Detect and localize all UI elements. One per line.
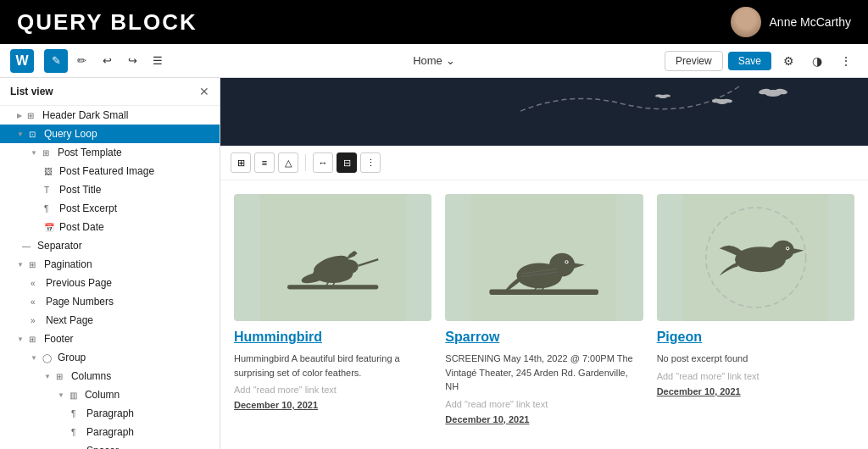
save-button[interactable]: Save (728, 52, 771, 70)
paragraph-icon: ¶ (71, 409, 83, 419)
top-banner: QUERY BLOCK Anne McCarthy (0, 0, 868, 44)
chevron-icon: ▼ (58, 391, 64, 399)
post-image-hummingbird (234, 194, 431, 321)
canvas-dark-header (220, 78, 868, 146)
toolbar-edit-button[interactable]: ✎ (44, 49, 68, 73)
tree-item-paragraph2[interactable]: ¶ Paragraph (0, 423, 220, 441)
avatar (731, 7, 761, 37)
tree-item-post-date[interactable]: 📅 Post Date (0, 218, 220, 236)
qb-grid-button[interactable]: ⊟ (337, 152, 357, 173)
more-button[interactable]: ⋮ (834, 49, 858, 73)
user-name: Anne McCarthy (770, 15, 851, 29)
post-card-pigeon: Pigeon No post excerpt found Add "read m… (657, 194, 854, 424)
toolbar-center-nav[interactable]: Home ⌄ (413, 54, 455, 67)
svg-point-27 (566, 261, 568, 263)
post-excerpt-sparrow: SCREENING May 14th, 2022 @ 7:00PM The Vi… (445, 352, 643, 394)
group-icon: ◯ (42, 353, 54, 363)
spacer-icon: ↕ (71, 446, 83, 450)
post-card-hummingbird: Hummingbird Hummingbird A beautiful bird… (234, 194, 431, 424)
footer-icon: ⊞ (29, 335, 41, 344)
chevron-icon: ▶ (17, 112, 22, 119)
tree-item-header[interactable]: ▶ ⊞ Header Dark Small (0, 106, 220, 125)
dark-header-svg (220, 78, 868, 146)
tree-item-paragraph1[interactable]: ¶ Paragraph (0, 404, 220, 423)
toolbar-undo-button[interactable]: ↩ (95, 49, 119, 73)
chevron-icon: ▼ (17, 261, 24, 269)
excerpt-icon: ¶ (44, 204, 56, 213)
query-loop-icon: ⊡ (29, 130, 41, 139)
post-read-more-pigeon[interactable]: Add "read more" link text (657, 371, 854, 381)
date-icon: 📅 (44, 223, 56, 232)
canvas-area: ⊞ ≡ △ ↔ ⊟ ⋮ (220, 78, 868, 449)
banner-title: QUERY BLOCK (17, 9, 198, 36)
qb-align-button[interactable]: ↔ (313, 152, 333, 173)
tree-item-next-page[interactable]: » Next Page (0, 311, 220, 330)
post-date-sparrow: December 10, 2021 (445, 414, 643, 424)
image-icon: 🖼 (44, 167, 56, 176)
svg-rect-18 (471, 194, 616, 321)
next-icon: » (31, 316, 42, 325)
tree-item-page-numbers[interactable]: « Page Numbers (0, 292, 220, 311)
qb-more-button[interactable]: ⋮ (360, 152, 381, 173)
columns-icon: ⊞ (56, 372, 68, 381)
hummingbird-svg (234, 194, 431, 321)
post-image-pigeon (657, 194, 854, 321)
block-icon: ⊞ (27, 111, 39, 120)
theme-button[interactable]: ◑ (805, 49, 829, 73)
numbers-icon: « (31, 297, 42, 307)
tree-item-spacer[interactable]: ↕ Spacer (0, 441, 220, 449)
tree-item-query-loop[interactable]: ▼ ⊡ Query Loop (0, 125, 220, 143)
qb-icon-button[interactable]: ⊞ (231, 152, 251, 173)
qb-up-button[interactable]: △ (278, 152, 298, 173)
list-view-close-button[interactable]: ✕ (199, 85, 209, 98)
tree-item-columns[interactable]: ▼ ⊞ Columns (0, 367, 220, 385)
post-card-sparrow: Sparrow SCREENING May 14th, 2022 @ 7:00P… (445, 194, 643, 424)
list-view-header: List view ✕ (0, 78, 220, 106)
editor-body: List view ✕ ▶ ⊞ Header Dark Small ▼ ⊡ Qu… (0, 78, 868, 449)
preview-button[interactable]: Preview (665, 51, 723, 71)
title-icon: T (44, 186, 56, 195)
paragraph-icon: ¶ (71, 428, 83, 437)
post-title-pigeon[interactable]: Pigeon (657, 330, 854, 345)
chevron-icon: ▼ (31, 354, 37, 362)
canvas-content: ⊞ ≡ △ ↔ ⊟ ⋮ (220, 146, 868, 449)
post-read-more-sparrow[interactable]: Add "read more" link text (445, 399, 643, 409)
list-view-title: List view (10, 86, 53, 97)
tree-item-pagination[interactable]: ▼ ⊞ Pagination (0, 255, 220, 274)
post-title-hummingbird[interactable]: Hummingbird (234, 330, 431, 345)
toolbar-list-view-button[interactable]: ☰ (146, 49, 170, 73)
toolbar-right-actions: Preview Save ⚙ ◑ ⋮ (665, 49, 858, 73)
post-excerpt-hummingbird: Hummingbird A beautiful bird featuring a… (234, 352, 431, 380)
editor-area: W ✎ ✏ ↩ ↪ ☰ Home ⌄ Preview Save ⚙ ◑ ⋮ Li… (0, 44, 868, 449)
pagination-icon: ⊞ (29, 260, 41, 269)
tree-item-footer[interactable]: ▼ ⊞ Footer (0, 330, 220, 348)
tree-item-column1[interactable]: ▼ ▥ Column (0, 385, 220, 404)
query-toolbar: ⊞ ≡ △ ↔ ⊟ ⋮ (220, 146, 868, 180)
banner-user: Anne McCarthy (731, 7, 851, 37)
tree-item-group[interactable]: ▼ ◯ Group (0, 348, 220, 367)
post-read-more-hummingbird[interactable]: Add "read more" link text (234, 385, 431, 395)
tree-item-previous-page[interactable]: « Previous Page (0, 274, 220, 292)
toolbar-pencil-button[interactable]: ✏ (70, 49, 93, 73)
post-title-sparrow[interactable]: Sparrow (445, 330, 643, 345)
qb-list-button[interactable]: ≡ (254, 152, 275, 173)
posts-grid: Hummingbird Hummingbird A beautiful bird… (220, 180, 868, 438)
toolbar-group-tools: ✎ ✏ ↩ ↪ ☰ (44, 49, 170, 73)
chevron-icon: ▼ (44, 373, 51, 380)
post-excerpt-pigeon: No post excerpt found (657, 352, 854, 366)
tree-item-post-excerpt[interactable]: ¶ Post Excerpt (0, 199, 220, 218)
tree-item-separator[interactable]: — Separator (0, 236, 220, 255)
tree-item-post-featured-image[interactable]: 🖼 Post Featured Image (0, 162, 220, 180)
column-icon: ▥ (70, 391, 81, 400)
separator-icon: — (22, 241, 34, 251)
tree-item-post-title[interactable]: T Post Title (0, 180, 220, 199)
settings-button[interactable]: ⚙ (776, 49, 800, 73)
home-breadcrumb: Home (413, 54, 442, 67)
tree-item-post-template[interactable]: ▼ ⊞ Post Template (0, 143, 220, 162)
wp-logo-button[interactable]: W (10, 49, 34, 73)
toolbar-redo-button[interactable]: ↪ (120, 49, 144, 73)
editor-toolbar: W ✎ ✏ ↩ ↪ ☰ Home ⌄ Preview Save ⚙ ◑ ⋮ (0, 44, 868, 78)
svg-point-36 (787, 247, 788, 249)
chevron-icon: ▼ (31, 149, 37, 157)
sparrow-svg (445, 194, 643, 321)
